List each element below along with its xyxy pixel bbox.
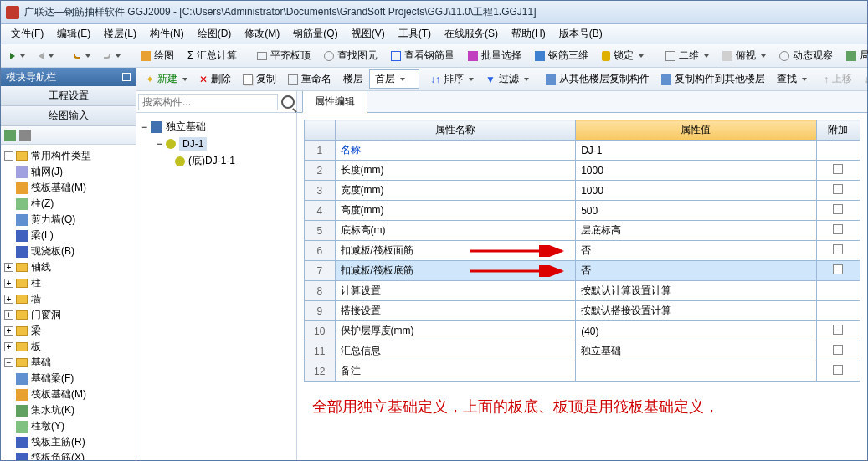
prop-value[interactable]: 按默认搭接设置计算 xyxy=(576,301,817,321)
menu-tool[interactable]: 工具(T) xyxy=(392,25,438,43)
search-input[interactable] xyxy=(138,94,278,110)
prop-value[interactable]: 500 xyxy=(576,201,817,221)
copyto-button[interactable]: 复制构件到其他楼层 xyxy=(655,69,771,89)
prop-value[interactable] xyxy=(576,361,817,382)
prop-extra[interactable] xyxy=(816,201,860,221)
tree-cat-slab[interactable]: +板 xyxy=(3,339,134,355)
prop-extra[interactable] xyxy=(816,241,860,261)
checkbox-icon[interactable] xyxy=(833,164,843,174)
tree-cat-foundation[interactable]: −基础 xyxy=(3,355,134,371)
prop-row-1[interactable]: 1名称DJ-1 xyxy=(305,141,860,161)
prop-row-7[interactable]: 7扣减板/筏板底筋否 xyxy=(305,261,860,281)
tree-item-pier[interactable]: 柱墩(Y) xyxy=(3,418,134,434)
viewsteel-button[interactable]: 查看钢筋量 xyxy=(385,46,460,65)
prop-row-10[interactable]: 10保护层厚度(mm)(40) xyxy=(305,321,860,341)
tree-item-raft[interactable]: 筏板基础(M) xyxy=(3,180,134,196)
menu-version[interactable]: 版本号(B) xyxy=(552,25,609,43)
menu-steel[interactable]: 钢筋量(Q) xyxy=(286,25,344,43)
prop-row-9[interactable]: 9搭接设置按默认搭接设置计算 xyxy=(305,301,860,321)
nav-tab-project[interactable]: 工程设置 xyxy=(1,86,136,106)
menu-file[interactable]: 文件(F) xyxy=(4,25,50,43)
checkbox-icon[interactable] xyxy=(833,184,843,194)
checkbox-icon[interactable] xyxy=(833,325,843,335)
nav-back-button[interactable] xyxy=(4,50,31,62)
menu-view[interactable]: 视图(V) xyxy=(345,25,392,43)
prop-value[interactable]: DJ-1 xyxy=(576,141,817,161)
checkbox-icon[interactable] xyxy=(833,224,843,234)
tree-item-raft2[interactable]: 筏板基础(M) xyxy=(3,387,134,402)
tree-cat-beam[interactable]: +梁 xyxy=(3,323,134,339)
prop-value[interactable]: 1000 xyxy=(576,161,817,181)
prop-row-8[interactable]: 8计算设置按默认计算设置计算 xyxy=(305,281,860,301)
tree-cat-wall[interactable]: +墙 xyxy=(3,291,134,307)
redo-button[interactable] xyxy=(98,51,126,61)
search-icon[interactable] xyxy=(281,95,295,109)
prop-row-6[interactable]: 6扣减板/筏板面筋否 xyxy=(305,241,860,261)
prop-value[interactable]: 否 xyxy=(576,261,817,281)
menu-floor[interactable]: 楼层(L) xyxy=(97,25,143,43)
menu-online[interactable]: 在线服务(S) xyxy=(438,25,505,43)
prop-row-3[interactable]: 3宽度(mm)1000 xyxy=(305,181,860,201)
floor-select[interactable]: 首层 xyxy=(369,69,419,89)
prop-row-5[interactable]: 5底标高(m)层底标高 xyxy=(305,221,860,241)
prop-extra[interactable] xyxy=(816,221,860,241)
prop-extra[interactable] xyxy=(816,341,860,361)
tree-cat-axis[interactable]: +轴线 xyxy=(3,259,134,275)
flattop-button[interactable]: 平齐板顶 xyxy=(251,46,316,65)
draw-button[interactable]: 绘图 xyxy=(135,46,180,65)
prop-value[interactable]: 按默认计算设置计算 xyxy=(576,281,817,301)
dynamic-button[interactable]: 动态观察 xyxy=(773,46,839,65)
tree-item-negbar[interactable]: 筏板负筋(X) xyxy=(3,450,134,460)
ctree-root[interactable]: −独立基础 xyxy=(141,118,291,136)
checkbox-icon[interactable] xyxy=(833,264,843,274)
menu-modify[interactable]: 修改(M) xyxy=(238,25,286,43)
batch-button[interactable]: 批量选择 xyxy=(462,46,527,65)
findview-button[interactable]: 查找图元 xyxy=(318,46,383,65)
prop-value[interactable]: 层底标高 xyxy=(576,221,817,241)
ctree-l1[interactable]: −DJ-1 xyxy=(141,136,291,152)
prop-row-12[interactable]: 12备注 xyxy=(305,361,860,382)
prop-value[interactable]: 否 xyxy=(576,241,817,261)
local3d-button[interactable]: 局部三维 xyxy=(840,46,868,65)
sum-button[interactable]: Σ 汇总计算 xyxy=(182,46,243,65)
prop-extra[interactable] xyxy=(816,281,860,301)
prop-extra[interactable] xyxy=(816,321,860,341)
prop-extra[interactable] xyxy=(816,141,860,161)
tree-item-slab[interactable]: 现浇板(B) xyxy=(3,243,134,259)
moveup-button[interactable]: ↑上移 xyxy=(818,69,858,89)
prop-extra[interactable] xyxy=(816,261,860,281)
new-button[interactable]: ✦新建 xyxy=(140,69,193,89)
prop-extra[interactable] xyxy=(816,161,860,181)
tree-item-fbeam[interactable]: 基础梁(F) xyxy=(3,371,134,387)
icon2[interactable] xyxy=(19,130,31,141)
tree-item-mainbar[interactable]: 筏板主筋(R) xyxy=(3,434,134,450)
tree-item-column[interactable]: 柱(Z) xyxy=(3,196,134,212)
tree-cat-opening[interactable]: +门窗洞 xyxy=(3,307,134,323)
prop-value[interactable]: (40) xyxy=(576,321,817,341)
prop-extra[interactable] xyxy=(816,361,860,382)
checkbox-icon[interactable] xyxy=(833,244,843,254)
topview-button[interactable]: 俯视 xyxy=(716,46,772,65)
prop-extra[interactable] xyxy=(816,181,860,201)
copy-button[interactable]: 复制 xyxy=(237,69,282,89)
copyfrom-button[interactable]: 从其他楼层复制构件 xyxy=(540,69,655,89)
tree-root[interactable]: −常用构件类型 xyxy=(3,148,134,164)
tab-propedit[interactable]: 属性编辑 xyxy=(302,91,367,113)
menu-edit[interactable]: 编辑(E) xyxy=(50,25,97,43)
find-button[interactable]: 查找 xyxy=(771,69,813,89)
dim2d-button[interactable]: 二维 xyxy=(660,46,715,65)
menu-component[interactable]: 构件(N) xyxy=(143,25,191,43)
checkbox-icon[interactable] xyxy=(833,365,843,375)
prop-extra[interactable] xyxy=(816,301,860,321)
nav-fwd-button[interactable] xyxy=(33,50,59,62)
steel3d-button[interactable]: 钢筋三维 xyxy=(529,46,594,65)
delete-button[interactable]: ✕删除 xyxy=(193,69,237,89)
ctree-l2[interactable]: (底)DJ-1-1 xyxy=(141,152,291,170)
pin-icon[interactable] xyxy=(122,73,131,81)
tree-item-beam[interactable]: 梁(L) xyxy=(3,228,134,243)
prop-row-2[interactable]: 2长度(mm)1000 xyxy=(305,161,860,181)
movedown-button[interactable]: ↓下移 xyxy=(858,69,867,89)
lock-button[interactable]: 锁定 xyxy=(596,46,650,65)
menu-draw[interactable]: 绘图(D) xyxy=(191,25,239,43)
menu-help[interactable]: 帮助(H) xyxy=(505,25,552,43)
